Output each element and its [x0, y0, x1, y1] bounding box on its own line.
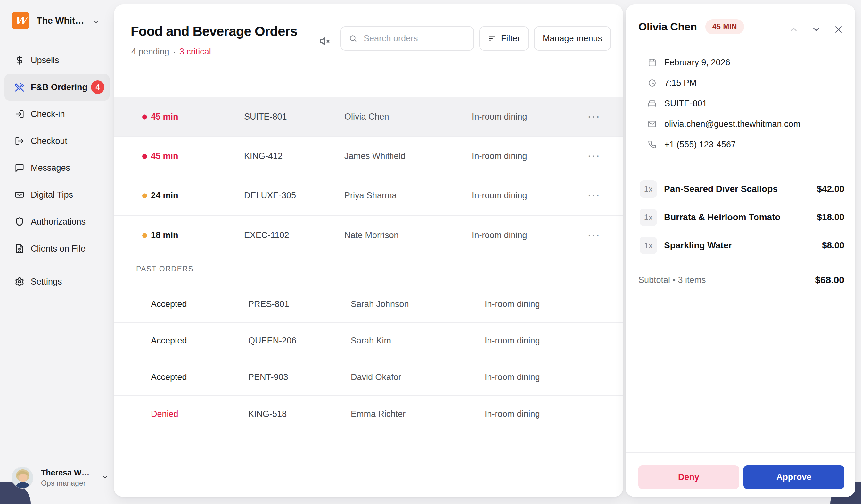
volume-muted-icon — [319, 36, 331, 47]
wait-time-badge: 45 MIN — [705, 19, 744, 34]
past-order-row[interactable]: Accepted QUEEN-206 Sarah Kim In-room din… — [114, 323, 623, 359]
divider — [8, 458, 106, 458]
message-icon — [15, 163, 24, 173]
bed-icon — [648, 99, 656, 108]
item-price: $8.00 — [822, 240, 844, 250]
wait-time: 45 min — [151, 97, 178, 136]
sidebar-item[interactable]: Clients on File — [4, 235, 110, 262]
previous-order-button[interactable] — [787, 23, 801, 37]
order-row[interactable]: 45 min KING-412 James Whitfield In-room … — [114, 137, 623, 176]
guest: Priya Sharma — [344, 176, 397, 215]
outlet: In-room dining — [472, 176, 527, 215]
item-quantity: 1x — [640, 208, 657, 226]
outlet: In-room dining — [472, 137, 527, 176]
manage-menus-button[interactable]: Manage menus — [534, 26, 611, 51]
past-order-row[interactable]: Accepted PRES-801 Sarah Johnson In-room … — [114, 286, 623, 323]
detail-row: +1 (555) 123-4567 — [648, 134, 801, 155]
mail-icon — [648, 120, 656, 128]
shield-icon — [15, 217, 24, 227]
detail-row: 7:15 PM — [648, 73, 801, 93]
orders-page: Food and Beverage Orders 4 pending · 3 c… — [114, 4, 623, 497]
outlet: In-room dining — [472, 97, 527, 136]
subtotal-value: $68.00 — [815, 275, 844, 285]
close-panel-button[interactable] — [832, 23, 846, 37]
room: KING-412 — [244, 137, 283, 176]
order-row[interactable]: 24 min DELUXE-305 Priya Sharma In-room d… — [114, 176, 623, 216]
status-dot — [142, 193, 147, 198]
approve-button[interactable]: Approve — [743, 465, 844, 489]
guest: David Okafor — [351, 359, 401, 395]
mute-sound-button[interactable] — [316, 32, 334, 51]
chevron-down-icon — [92, 18, 100, 26]
order-status: Accepted — [151, 359, 187, 395]
sidebar-item[interactable]: Checkout — [4, 127, 110, 154]
sidebar-item[interactable]: Messages — [4, 154, 110, 181]
order-status: Accepted — [151, 323, 187, 358]
pending-orders-list: 45 min SUITE-801 Olivia Chen In-room din… — [114, 97, 623, 255]
next-order-button[interactable] — [809, 23, 823, 37]
order-item: 1x Sparkling Water $8.00 — [640, 231, 844, 260]
calendar-icon — [648, 58, 656, 67]
user-menu[interactable]: Theresa W… Ops manager — [12, 465, 108, 490]
clock-icon — [648, 79, 656, 87]
wait-time: 45 min — [151, 137, 178, 176]
user-name: Theresa W… — [41, 468, 90, 477]
deny-button[interactable]: Deny — [638, 465, 739, 489]
wait-time: 24 min — [151, 176, 178, 215]
workspace-switcher[interactable]: W The Whit… — [12, 12, 84, 29]
room: EXEC-1102 — [244, 216, 289, 255]
order-items-list: 1x Pan-Seared Diver Scallops $42.00 1x B… — [640, 175, 844, 260]
room: PRES-801 — [248, 286, 289, 322]
dollar-icon — [15, 55, 24, 65]
room: KING-518 — [248, 396, 287, 432]
row-menu-button[interactable]: ··· — [588, 137, 601, 176]
row-menu-button[interactable]: ··· — [588, 216, 601, 255]
gear-icon — [15, 277, 24, 286]
item-name: Burrata & Heirloom Tomato — [664, 212, 781, 222]
divider — [638, 265, 844, 265]
guest: Sarah Kim — [351, 323, 391, 358]
order-row[interactable]: 18 min EXEC-1102 Nate Morrison In-room d… — [114, 216, 623, 255]
detail-value: olivia.chen@guest.thewhitman.com — [664, 119, 801, 129]
row-menu-button[interactable]: ··· — [588, 97, 601, 136]
order-item: 1x Burrata & Heirloom Tomato $18.00 — [640, 203, 844, 231]
detail-row: SUITE-801 — [648, 93, 801, 114]
sidebar-item[interactable]: Upsells — [4, 47, 110, 74]
guest: Olivia Chen — [344, 97, 389, 136]
sidebar-item[interactable]: Settings — [4, 268, 110, 295]
sidebar-item[interactable]: Check-in — [4, 100, 110, 127]
guest: Nate Morrison — [344, 216, 399, 255]
sidebar-item[interactable]: Authorizations — [4, 208, 110, 235]
divider — [626, 452, 855, 453]
chevron-down-icon — [811, 25, 821, 34]
outlet: In-room dining — [484, 323, 540, 358]
login-icon — [15, 109, 24, 119]
critical-count: 3 critical — [179, 47, 211, 57]
outlet: In-room dining — [484, 359, 540, 395]
wait-time: 18 min — [151, 216, 178, 255]
divider — [626, 170, 855, 171]
orders-summary: 4 pending · 3 critical — [131, 47, 211, 57]
search-input[interactable] — [363, 33, 466, 44]
search-box — [341, 26, 474, 51]
outlet: In-room dining — [472, 216, 527, 255]
utensils-icon — [15, 82, 24, 92]
past-order-row[interactable]: Accepted PENT-903 David Okafor In-room d… — [114, 359, 623, 396]
brand-name: The Whit… — [37, 15, 84, 26]
detail-row: February 9, 2026 — [648, 52, 801, 73]
search-icon — [349, 34, 357, 43]
room: PENT-903 — [248, 359, 288, 395]
filter-button[interactable]: Filter — [479, 26, 529, 51]
detail-row: olivia.chen@guest.thewhitman.com — [648, 114, 801, 134]
sidebar-item[interactable]: F&B Ordering 4 — [4, 74, 110, 100]
chevron-up-icon — [789, 25, 798, 34]
row-menu-button[interactable]: ··· — [588, 176, 601, 215]
detail-value: February 9, 2026 — [664, 58, 730, 68]
sidebar-item[interactable]: Digital Tips — [4, 181, 110, 208]
filter-icon — [488, 34, 496, 43]
past-order-row[interactable]: Denied KING-518 Emma Richter In-room din… — [114, 396, 623, 432]
order-row[interactable]: 45 min SUITE-801 Olivia Chen In-room din… — [114, 97, 623, 137]
banknote-icon — [15, 190, 24, 200]
logout-icon — [15, 136, 24, 146]
divider — [201, 269, 604, 270]
